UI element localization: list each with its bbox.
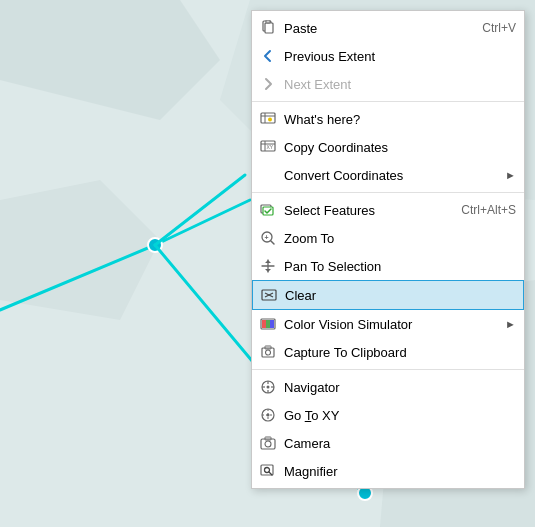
menu-item-capture-clipboard[interactable]: Capture To Clipboard <box>252 338 524 366</box>
menu-item-pan-to-selection[interactable]: Pan To Selection <box>252 252 524 280</box>
back-icon <box>258 46 278 66</box>
next-extent-label: Next Extent <box>284 77 516 92</box>
zoom-icon: + <box>258 228 278 248</box>
select-features-shortcut: Ctrl+Alt+S <box>461 203 516 217</box>
svg-rect-31 <box>262 320 266 328</box>
select-features-label: Select Features <box>284 203 451 218</box>
forward-icon <box>258 74 278 94</box>
svg-line-25 <box>271 241 274 244</box>
zoom-to-label: Zoom To <box>284 231 516 246</box>
menu-item-clear[interactable]: Clear <box>252 280 524 310</box>
camera-label: Camera <box>284 436 516 451</box>
svg-point-48 <box>265 441 271 447</box>
svg-point-35 <box>266 350 271 355</box>
svg-text:XY: XY <box>267 144 274 150</box>
menu-item-copy-coords[interactable]: XY Copy Coordinates <box>252 133 524 161</box>
svg-rect-13 <box>266 20 270 23</box>
navigator-label: Navigator <box>284 380 516 395</box>
svg-rect-14 <box>261 113 275 123</box>
color-vision-label: Color Vision Simulator <box>284 317 501 332</box>
menu-item-navigator[interactable]: Navigator <box>252 373 524 401</box>
menu-item-color-vision[interactable]: Color Vision Simulator ► <box>252 310 524 338</box>
svg-point-17 <box>268 118 272 122</box>
separator-3 <box>252 369 524 370</box>
clear-icon <box>259 285 279 305</box>
copy-coords-label: Copy Coordinates <box>284 140 516 155</box>
svg-rect-12 <box>265 23 273 33</box>
magnifier-label: Magnifier <box>284 464 516 479</box>
pan-icon <box>258 256 278 276</box>
menu-item-magnifier[interactable]: Magnifier <box>252 457 524 485</box>
svg-rect-33 <box>270 320 274 328</box>
svg-point-38 <box>267 386 270 389</box>
color-vision-icon <box>258 314 278 334</box>
goto-icon <box>258 405 278 425</box>
go-to-xy-label: Go To XY <box>284 408 516 423</box>
menu-item-convert-coords[interactable]: Convert Coordinates ► <box>252 161 524 189</box>
convert-coords-arrow: ► <box>505 169 516 181</box>
paste-icon <box>258 18 278 38</box>
paste-shortcut: Ctrl+V <box>482 21 516 35</box>
menu-item-zoom-to[interactable]: + Zoom To <box>252 224 524 252</box>
navigator-icon <box>258 377 278 397</box>
pan-to-selection-label: Pan To Selection <box>284 259 516 274</box>
context-menu: Paste Ctrl+V Previous Extent Next Extent <box>251 10 525 489</box>
paste-label: Paste <box>284 21 472 36</box>
separator-2 <box>252 192 524 193</box>
menu-item-go-to-xy[interactable]: Go To XY <box>252 401 524 429</box>
copy-coords-icon: XY <box>258 137 278 157</box>
menu-item-camera[interactable]: Camera <box>252 429 524 457</box>
select-icon <box>258 200 278 220</box>
convert-coords-label: Convert Coordinates <box>284 168 501 183</box>
magnifier-icon <box>258 461 278 481</box>
menu-item-select-features[interactable]: Select Features Ctrl+Alt+S <box>252 196 524 224</box>
clear-label: Clear <box>285 288 515 303</box>
previous-extent-label: Previous Extent <box>284 49 516 64</box>
separator-1 <box>252 101 524 102</box>
svg-text:+: + <box>265 234 269 241</box>
capture-icon <box>258 342 278 362</box>
menu-item-whats-here[interactable]: What's here? <box>252 105 524 133</box>
menu-item-next-extent[interactable]: Next Extent <box>252 70 524 98</box>
whats-here-icon <box>258 109 278 129</box>
color-vision-arrow: ► <box>505 318 516 330</box>
menu-item-paste[interactable]: Paste Ctrl+V <box>252 14 524 42</box>
convert-coords-icon <box>258 165 278 185</box>
menu-item-previous-extent[interactable]: Previous Extent <box>252 42 524 70</box>
svg-point-46 <box>267 414 270 417</box>
capture-clipboard-label: Capture To Clipboard <box>284 345 516 360</box>
camera-icon <box>258 433 278 453</box>
svg-rect-32 <box>266 320 270 328</box>
whats-here-label: What's here? <box>284 112 516 127</box>
